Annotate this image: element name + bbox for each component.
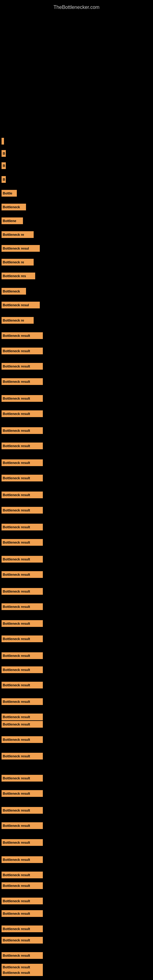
result-item-50: Bottleneck result xyxy=(2,882,43,889)
result-bar-41: Bottleneck result xyxy=(2,736,43,743)
result-item-53: Bottleneck result xyxy=(2,926,43,932)
result-item-30: Bottleneck result xyxy=(2,571,43,578)
result-bar-31: Bottleneck result xyxy=(2,588,43,595)
result-bar-16: Bottleneck result xyxy=(2,348,43,354)
result-bar-51: Bottleneck result xyxy=(2,897,43,904)
result-item-47: Bottleneck result xyxy=(2,839,43,846)
result-item-43: Bottleneck result xyxy=(2,775,43,781)
result-item-33: Bottleneck result xyxy=(2,620,43,627)
result-bar-17: Bottleneck result xyxy=(2,363,43,370)
result-bar-37: Bottleneck result xyxy=(2,682,43,689)
result-item-20: Bottleneck result xyxy=(2,410,43,417)
result-item-35: Bottleneck result xyxy=(2,652,43,659)
result-bar-35: Bottleneck result xyxy=(2,652,43,659)
result-bar-57: Bottleneck result xyxy=(2,969,43,976)
result-item-42: Bottleneck result xyxy=(2,753,43,759)
result-bar-30: Bottleneck result xyxy=(2,571,43,578)
result-bar-42: Bottleneck result xyxy=(2,753,43,759)
result-item-48: Bottleneck result xyxy=(2,856,43,863)
result-bar-39: Bottleneck result xyxy=(2,714,43,720)
result-bar-11: Bottleneck res xyxy=(2,272,35,279)
result-bar-23: Bottleneck result xyxy=(2,460,43,466)
result-bar-12: Bottleneck xyxy=(2,288,26,294)
result-item-31: Bottleneck result xyxy=(2,588,43,595)
result-item-5: Bottle xyxy=(2,190,17,197)
result-bar-29: Bottleneck result xyxy=(2,556,43,563)
result-item-4: B xyxy=(2,176,6,183)
result-item-45: Bottleneck result xyxy=(2,807,43,814)
result-item-9: Bottleneck resul xyxy=(2,245,40,252)
result-bar-48: Bottleneck result xyxy=(2,856,43,863)
result-item-40: Bottleneck result xyxy=(2,721,43,728)
result-item-49: Bottleneck result xyxy=(2,872,43,878)
result-item-36: Bottleneck result xyxy=(2,667,43,673)
result-item-28: Bottleneck result xyxy=(2,539,43,546)
result-bar-22: Bottleneck result xyxy=(2,442,43,449)
result-item-19: Bottleneck result xyxy=(2,395,43,402)
result-item-41: Bottleneck result xyxy=(2,736,43,743)
result-bar-19: Bottleneck result xyxy=(2,395,43,402)
result-bar-55: Bottleneck result xyxy=(2,952,43,959)
result-bar-10: Bottleneck re xyxy=(2,259,33,266)
result-bar-27: Bottleneck result xyxy=(2,524,43,530)
result-item-25: Bottleneck result xyxy=(2,492,43,498)
site-title: TheBottlenecker.com xyxy=(0,2,153,13)
result-item-51: Bottleneck result xyxy=(2,897,43,904)
result-item-29: Bottleneck result xyxy=(2,556,43,563)
result-bar-20: Bottleneck result xyxy=(2,410,43,417)
result-bar-54: Bottleneck result xyxy=(2,937,43,943)
result-bar-1 xyxy=(2,138,4,145)
result-item-57: Bottleneck result xyxy=(2,969,43,976)
result-item-44: Bottleneck result xyxy=(2,790,43,797)
result-item-17: Bottleneck result xyxy=(2,363,43,370)
result-item-52: Bottleneck result xyxy=(2,910,43,917)
result-item-23: Bottleneck result xyxy=(2,460,43,466)
result-bar-8: Bottleneck re xyxy=(2,231,33,238)
result-bar-28: Bottleneck result xyxy=(2,539,43,546)
result-item-24: Bottleneck result xyxy=(2,475,43,481)
result-item-6: Bottleneck xyxy=(2,204,26,210)
result-bar-49: Bottleneck result xyxy=(2,872,43,878)
result-item-1 xyxy=(2,138,4,145)
result-item-11: Bottleneck res xyxy=(2,272,35,279)
result-bar-7: Bottlene xyxy=(2,218,23,224)
result-item-32: Bottleneck result xyxy=(2,603,43,610)
result-bar-15: Bottleneck result xyxy=(2,332,43,339)
result-bar-2: B xyxy=(2,150,6,157)
result-bar-25: Bottleneck result xyxy=(2,492,43,498)
result-item-10: Bottleneck re xyxy=(2,259,33,266)
result-bar-9: Bottleneck resul xyxy=(2,245,40,252)
result-item-55: Bottleneck result xyxy=(2,952,43,959)
result-item-26: Bottleneck result xyxy=(2,507,43,514)
result-item-16: Bottleneck result xyxy=(2,348,43,354)
result-item-46: Bottleneck result xyxy=(2,822,43,829)
result-bar-13: Bottleneck resul xyxy=(2,302,40,309)
result-bar-53: Bottleneck result xyxy=(2,926,43,932)
result-bar-26: Bottleneck result xyxy=(2,507,43,514)
result-item-8: Bottleneck re xyxy=(2,231,33,238)
result-item-15: Bottleneck result xyxy=(2,332,43,339)
result-item-21: Bottleneck result xyxy=(2,427,43,434)
result-bar-46: Bottleneck result xyxy=(2,822,43,829)
result-item-2: B xyxy=(2,150,6,157)
result-item-7: Bottlene xyxy=(2,218,23,224)
result-bar-36: Bottleneck result xyxy=(2,667,43,673)
result-item-12: Bottleneck xyxy=(2,288,26,294)
result-item-39: Bottleneck result xyxy=(2,714,43,720)
result-item-18: Bottleneck result xyxy=(2,378,43,385)
result-bar-47: Bottleneck result xyxy=(2,839,43,846)
result-item-37: Bottleneck result xyxy=(2,682,43,689)
result-item-22: Bottleneck result xyxy=(2,442,43,449)
result-bar-5: Bottle xyxy=(2,190,17,197)
result-bar-50: Bottleneck result xyxy=(2,882,43,889)
result-bar-38: Bottleneck result xyxy=(2,698,43,705)
result-bar-40: Bottleneck result xyxy=(2,721,43,728)
result-bar-33: Bottleneck result xyxy=(2,620,43,627)
result-bar-21: Bottleneck result xyxy=(2,427,43,434)
result-bar-52: Bottleneck result xyxy=(2,910,43,917)
result-bar-4: B xyxy=(2,176,6,183)
result-bar-3: B xyxy=(2,162,6,169)
result-bar-44: Bottleneck result xyxy=(2,790,43,797)
result-bar-43: Bottleneck result xyxy=(2,775,43,781)
result-bar-32: Bottleneck result xyxy=(2,603,43,610)
